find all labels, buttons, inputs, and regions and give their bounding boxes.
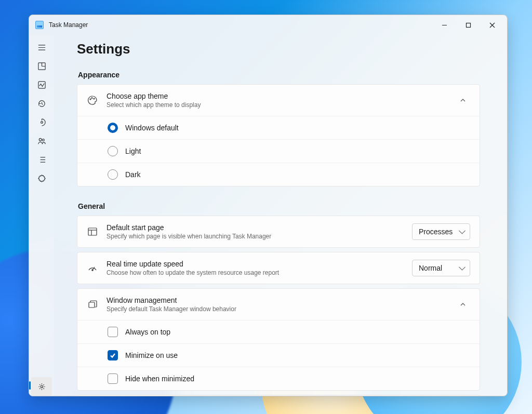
radio-icon xyxy=(108,146,118,156)
svg-rect-30 xyxy=(89,302,95,308)
minimize-button[interactable] xyxy=(432,15,456,35)
nav-selection-indicator xyxy=(29,381,31,390)
section-appearance-label: Appearance xyxy=(78,71,480,79)
option-hide-when-minimized[interactable]: Hide when minimized xyxy=(77,367,480,390)
svg-point-24 xyxy=(94,98,95,99)
card-window-mgmt-title: Window management xyxy=(107,296,447,304)
card-start-page-sub: Specify which page is visible when launc… xyxy=(107,233,404,240)
chevron-up-icon xyxy=(456,97,470,103)
close-button[interactable] xyxy=(480,15,504,35)
palette-icon xyxy=(87,95,98,106)
checkbox-icon xyxy=(108,327,118,337)
card-other-options-header[interactable]: Other options xyxy=(77,395,480,396)
maximize-button[interactable] xyxy=(456,15,480,35)
card-window-mgmt-sub: Specify default Task Manager window beha… xyxy=(107,305,447,313)
option-minimize-on-use[interactable]: Minimize on use xyxy=(77,343,480,367)
checkbox-checked-icon xyxy=(108,350,118,360)
svg-rect-10 xyxy=(38,81,45,88)
svg-rect-1 xyxy=(466,23,470,27)
theme-option-light[interactable]: Light xyxy=(77,139,480,163)
chevron-up-icon xyxy=(456,301,470,308)
checkbox-icon xyxy=(108,373,118,384)
svg-point-22 xyxy=(90,99,91,100)
radio-icon xyxy=(108,169,118,180)
card-app-theme-sub: Select which app theme to display xyxy=(107,101,447,109)
nav-details[interactable] xyxy=(31,150,52,169)
app-icon xyxy=(35,21,44,29)
nav-settings[interactable] xyxy=(31,377,52,396)
speedometer-icon xyxy=(87,262,98,274)
layout-icon xyxy=(87,226,98,237)
theme-option-default[interactable]: Windows default xyxy=(77,116,480,139)
card-update-speed-header[interactable]: Real time update speed Choose how often … xyxy=(77,252,480,284)
windows-icon xyxy=(87,299,98,310)
settings-scroll[interactable]: Settings Appearance Choose app theme Sel… xyxy=(54,35,503,396)
card-start-page-title: Default start page xyxy=(107,223,404,232)
svg-point-13 xyxy=(39,138,42,141)
card-update-speed-sub: Choose how often to update the system re… xyxy=(107,269,404,276)
svg-point-23 xyxy=(91,98,92,99)
hamburger-button[interactable] xyxy=(31,38,52,57)
nav-processes[interactable] xyxy=(31,57,52,75)
task-manager-window: Task Manager Settings Appearance xyxy=(29,15,508,396)
nav-app-history[interactable] xyxy=(31,94,52,113)
card-app-theme-header[interactable]: Choose app theme Select which app theme … xyxy=(77,85,480,116)
theme-option-dark[interactable]: Dark xyxy=(77,163,480,186)
nav-services[interactable] xyxy=(31,169,52,188)
window-title: Task Manager xyxy=(49,21,88,29)
nav-rail xyxy=(29,35,54,396)
nav-users[interactable] xyxy=(31,131,52,150)
start-page-combo[interactable]: Processes xyxy=(412,223,470,240)
card-start-page-header[interactable]: Default start page Specify which page is… xyxy=(77,216,480,247)
card-start-page: Default start page Specify which page is… xyxy=(77,216,480,248)
card-window-mgmt-header[interactable]: Window management Specify default Task M… xyxy=(77,289,480,320)
nav-startup[interactable] xyxy=(31,113,52,131)
card-update-speed: Real time update speed Choose how often … xyxy=(77,252,480,284)
card-app-theme-title: Choose app theme xyxy=(107,92,447,100)
section-general-label: General xyxy=(78,202,480,210)
title-bar[interactable]: Task Manager xyxy=(29,15,507,35)
svg-point-29 xyxy=(92,270,93,271)
svg-point-14 xyxy=(42,139,44,141)
option-always-on-top[interactable]: Always on top xyxy=(77,320,480,343)
update-speed-combo[interactable]: Normal xyxy=(412,260,470,276)
card-other-options: Other options xyxy=(77,395,480,396)
card-app-theme: Choose app theme Select which app theme … xyxy=(77,84,480,186)
card-window-mgmt: Window management Specify default Task M… xyxy=(77,288,480,391)
card-update-speed-title: Real time update speed xyxy=(107,260,404,268)
svg-rect-25 xyxy=(88,228,97,235)
svg-point-21 xyxy=(41,385,43,388)
svg-point-11 xyxy=(41,121,43,123)
radio-checked-icon xyxy=(108,123,118,133)
nav-performance[interactable] xyxy=(31,75,52,94)
page-title: Settings xyxy=(77,41,480,57)
